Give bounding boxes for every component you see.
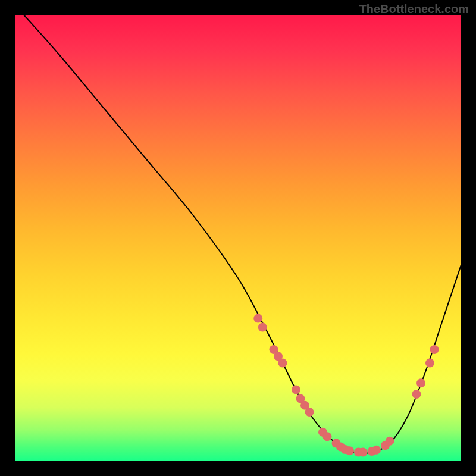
curve-marker	[305, 408, 314, 416]
curve-marker	[416, 378, 425, 387]
curve-marker	[359, 448, 368, 457]
curve-marker	[425, 359, 434, 368]
curve-marker	[386, 437, 394, 446]
curve-marker	[278, 359, 287, 368]
watermark-text: TheBottleneck.com	[359, 2, 469, 16]
curve-marker	[345, 446, 354, 455]
curve-marker	[258, 323, 267, 332]
curve-marker	[253, 314, 262, 323]
curve-marker	[372, 446, 381, 455]
bottleneck-curve-path	[24, 15, 461, 453]
curve-markers	[253, 314, 439, 457]
curve-marker	[430, 345, 439, 354]
curve-marker	[323, 432, 332, 441]
curve-marker	[412, 390, 421, 399]
bottleneck-curve-svg	[15, 15, 461, 461]
plot-area	[15, 15, 461, 461]
curve-marker	[292, 386, 300, 394]
